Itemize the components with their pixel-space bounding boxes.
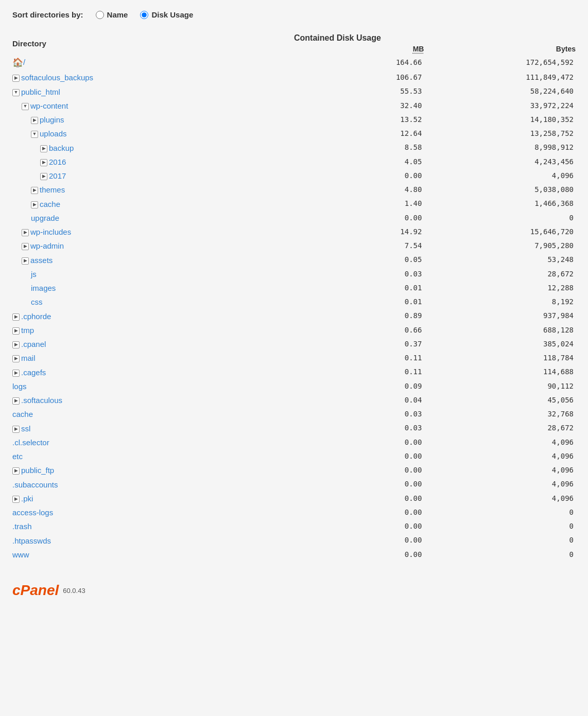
dir-link[interactable]: uploads (40, 129, 67, 138)
dir-link[interactable]: .cphorde (21, 312, 51, 321)
expand-toggle[interactable]: ▶ (12, 75, 20, 82)
dir-cell: ▼public_html (12, 85, 294, 99)
dir-link[interactable]: upgrade (31, 214, 59, 222)
table-row: ▶20170.004,096 (12, 169, 576, 183)
mb-cell: 14.92 (294, 225, 424, 239)
expand-toggle[interactable]: ▶ (12, 313, 20, 321)
bytes-cell: 4,096 (424, 449, 576, 463)
table-row: ▶public_ftp0.004,096 (12, 463, 576, 477)
dir-link[interactable]: ssl (21, 424, 30, 433)
dir-link[interactable]: access-logs (12, 508, 53, 517)
col-header-dir: Directory (12, 33, 294, 55)
dir-link[interactable]: wp-admin (30, 241, 64, 250)
dir-link[interactable]: tmp (21, 326, 34, 335)
dir-link[interactable]: .cagefs (21, 368, 46, 377)
sort-disk-label[interactable]: Disk Usage (151, 10, 193, 19)
expand-toggle[interactable]: ▶ (40, 145, 47, 152)
cpanel-logo-panel: Panel (21, 582, 59, 598)
dir-link[interactable]: backup (49, 144, 74, 152)
expand-toggle[interactable]: ▶ (22, 243, 29, 250)
expand-toggle[interactable]: ▶ (40, 173, 47, 180)
dir-link[interactable]: public_ftp (21, 466, 54, 475)
expand-toggle[interactable]: ▶ (12, 397, 20, 405)
dir-cell: ▶tmp (12, 323, 294, 337)
dir-link[interactable]: softaculous_backups (21, 73, 93, 82)
dir-cell: ▼wp-content (12, 99, 294, 113)
dir-link[interactable]: www (12, 550, 29, 559)
mb-cell: 13.52 (294, 113, 424, 127)
dir-cell: .trash (12, 519, 294, 533)
dir-cell: ▶wp-includes (12, 225, 294, 239)
expand-toggle[interactable]: ▶ (31, 187, 38, 194)
dir-link[interactable]: themes (40, 185, 65, 194)
expand-toggle[interactable]: ▶ (12, 341, 20, 348)
sort-disk-radio[interactable] (140, 11, 148, 19)
dir-link[interactable]: logs (12, 382, 27, 391)
dir-link[interactable]: assets (30, 256, 53, 265)
bytes-cell: 4,096 (424, 492, 576, 505)
expand-toggle[interactable]: ▶ (31, 201, 38, 208)
sort-name-radio[interactable] (96, 11, 104, 19)
dir-link[interactable]: wp-content (30, 101, 68, 110)
dir-link[interactable]: .cl.selector (12, 438, 49, 447)
expand-toggle[interactable]: ▶ (12, 426, 20, 433)
dir-link[interactable]: .subaccounts (12, 480, 58, 489)
mb-cell: 4.05 (294, 155, 424, 169)
expand-toggle[interactable]: ▶ (12, 496, 20, 503)
table-row: etc0.004,096 (12, 449, 576, 463)
table-row: ▶plugins13.5214,180,352 (12, 113, 576, 127)
collapse-toggle[interactable]: ▼ (12, 89, 20, 96)
dir-cell: .htpasswds (12, 534, 294, 548)
expand-toggle[interactable]: ▶ (12, 467, 20, 475)
dir-cell: ▶.cphorde (12, 309, 294, 323)
dir-link[interactable]: 2017 (49, 171, 66, 180)
bytes-cell: 118,784 (424, 351, 576, 365)
dir-link[interactable]: .cpanel (21, 340, 46, 348)
dir-link[interactable]: .pki (21, 494, 33, 503)
bytes-cell: 0 (424, 548, 576, 562)
bytes-cell: 4,096 (424, 435, 576, 449)
cpanel-logo-c: c (12, 582, 21, 598)
dir-cell: logs (12, 379, 294, 393)
sort-disk-option[interactable]: Disk Usage (140, 10, 193, 19)
collapse-toggle[interactable]: ▼ (31, 131, 38, 138)
dir-link[interactable]: cache (12, 410, 33, 418)
dir-link[interactable]: .softaculous (21, 396, 62, 405)
dir-link[interactable]: / (23, 58, 25, 66)
dir-link[interactable]: wp-includes (30, 228, 71, 236)
dir-link[interactable]: images (31, 284, 56, 292)
dir-link[interactable]: etc (12, 452, 23, 461)
expand-toggle[interactable]: ▶ (22, 229, 29, 236)
sort-label: Sort directories by: (12, 10, 83, 19)
dir-cell: ▼uploads (12, 127, 294, 141)
dir-link[interactable]: public_html (21, 88, 60, 96)
dir-link[interactable]: .htpasswds (12, 536, 51, 545)
expand-toggle[interactable]: ▶ (12, 327, 20, 335)
expand-toggle[interactable]: ▶ (22, 257, 29, 265)
table-row: ▶wp-includes14.9215,646,720 (12, 225, 576, 239)
dir-link[interactable]: cache (40, 200, 60, 208)
table-row: .htpasswds0.000 (12, 534, 576, 548)
bytes-cell: 28,672 (424, 267, 576, 281)
dir-cell: www (12, 548, 294, 562)
collapse-toggle[interactable]: ▼ (22, 103, 29, 110)
dir-link[interactable]: .trash (12, 522, 32, 531)
expand-toggle[interactable]: ▶ (31, 117, 38, 124)
col-header-bytes: Bytes (424, 45, 576, 55)
bytes-cell: 937,984 (424, 309, 576, 323)
expand-toggle[interactable]: ▶ (12, 355, 20, 362)
dir-link[interactable]: 2016 (49, 158, 66, 166)
dir-link[interactable]: js (31, 270, 37, 278)
dir-link[interactable]: mail (21, 354, 36, 362)
expand-toggle[interactable]: ▶ (40, 159, 47, 166)
dir-cell: ▶public_ftp (12, 463, 294, 477)
mb-cell: 0.03 (294, 422, 424, 435)
dir-link[interactable]: plugins (40, 115, 64, 124)
mb-cell: 12.64 (294, 127, 424, 141)
dir-cell: ▶mail (12, 351, 294, 365)
sort-name-option[interactable]: Name (96, 10, 128, 19)
mb-cell: 0.00 (294, 169, 424, 183)
expand-toggle[interactable]: ▶ (12, 370, 20, 377)
dir-link[interactable]: css (31, 298, 43, 306)
sort-name-label[interactable]: Name (107, 10, 128, 19)
